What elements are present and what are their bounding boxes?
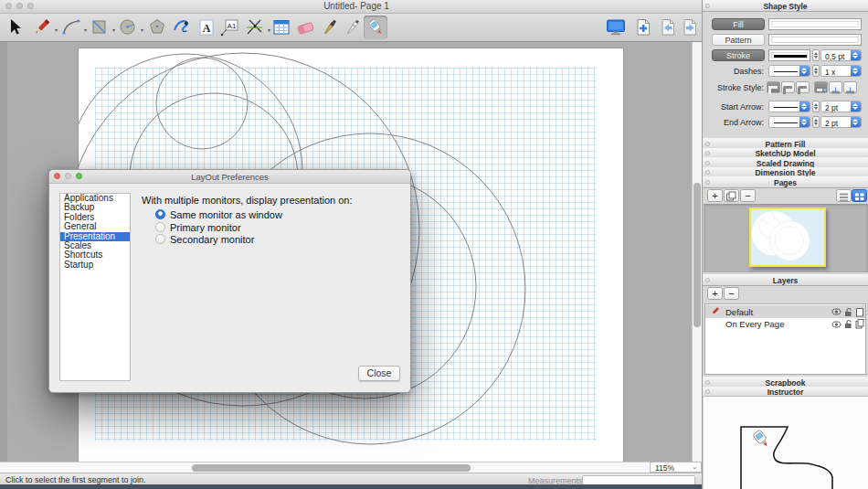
dash-scale-dropdown-icon[interactable] <box>851 66 861 76</box>
stroke-button[interactable]: Stroke <box>712 49 765 61</box>
radio-label: Same monitor as window <box>170 209 282 220</box>
shape-style-header[interactable]: Shape Style <box>703 0 868 12</box>
pattern-button[interactable]: Pattern <box>712 34 765 46</box>
arc-tool-dropdown-icon[interactable]: ▾ <box>84 27 87 33</box>
polygon-tool-icon[interactable] <box>145 16 169 39</box>
layout-app-window: Untitled- Page 1 ▾ ▾ ▾ ▾ A <box>0 0 868 489</box>
layers-header[interactable]: Layers <box>703 274 868 286</box>
circle-tool-dropdown-icon[interactable]: ▾ <box>141 27 143 33</box>
fill-color-well[interactable] <box>768 18 862 30</box>
add-layer-button[interactable]: + <box>707 287 723 300</box>
layer-lock-icon[interactable] <box>843 319 853 329</box>
dialog-titlebar[interactable]: LayOut Preferences <box>49 170 410 184</box>
fill-button[interactable]: Fill <box>712 18 765 30</box>
page-thumbnail[interactable] <box>749 207 826 267</box>
layer-shared-pages-icon[interactable] <box>855 319 864 329</box>
join-tool-cursor-icon <box>753 430 771 449</box>
stroke-width-stepper[interactable] <box>812 49 820 61</box>
stroke-width-select[interactable]: 0,5 pt <box>820 49 862 61</box>
label-tool-icon[interactable]: A1 <box>217 16 241 39</box>
pen-tool-icon[interactable] <box>341 16 365 39</box>
end-arrow-dropdown-icon[interactable] <box>799 117 810 127</box>
line-tool-dropdown-icon[interactable]: ▾ <box>55 27 58 33</box>
instructor-content <box>704 396 868 489</box>
previous-page-icon[interactable] <box>656 16 680 39</box>
end-arrow-size-value: 2 pt <box>825 119 838 128</box>
text-tool-icon[interactable]: A <box>195 16 218 39</box>
stroke-width-value: 0,5 pt <box>825 52 844 61</box>
arc-tool-icon[interactable]: ▾ <box>59 16 83 39</box>
pages-thumbnail-area <box>704 204 868 272</box>
zoom-level-select[interactable]: 115% ⌄ <box>650 462 702 473</box>
list-item-startup[interactable]: Startup <box>60 260 130 270</box>
dashes-select[interactable] <box>768 65 810 77</box>
start-arrow-size-select[interactable]: 2 pt <box>820 101 862 112</box>
cap-round-button[interactable] <box>829 81 842 93</box>
layer-lock-icon[interactable] <box>843 307 853 317</box>
rectangle-tool-dropdown-icon[interactable]: ▾ <box>112 27 115 33</box>
eraser-tool-icon[interactable] <box>294 16 318 39</box>
cap-butt-button[interactable] <box>814 81 828 93</box>
preferences-category-list: Applications Backup Folders General Pres… <box>59 193 131 381</box>
pattern-well[interactable] <box>768 34 862 46</box>
join-miter-button[interactable] <box>767 81 780 93</box>
line-tool-icon[interactable]: ▾ <box>30 16 54 39</box>
end-arrow-select[interactable] <box>768 116 810 128</box>
start-presentation-icon[interactable] <box>604 16 628 39</box>
dash-scale-select[interactable]: 1 x <box>820 65 862 77</box>
status-bar: Click to select the first segment to joi… <box>0 473 702 485</box>
table-tool-icon[interactable] <box>270 16 293 39</box>
join-tool-icon[interactable] <box>364 16 387 39</box>
add-page-button[interactable]: + <box>707 189 723 202</box>
join-round-button[interactable] <box>781 81 795 93</box>
stroke-style-label: Stroke Style: <box>709 83 764 92</box>
vertical-scrollbar-thumb[interactable] <box>693 183 701 327</box>
stroke-color-well[interactable] <box>768 49 810 61</box>
pages-list-view-button[interactable] <box>836 189 852 202</box>
end-arrow-size-select[interactable]: 2 pt <box>820 116 862 128</box>
radio-label: Secondary monitor <box>170 234 254 245</box>
layer-visibility-icon[interactable] <box>831 307 842 316</box>
start-arrow-select[interactable] <box>768 101 810 112</box>
document-title: Untitled- Page 1 <box>0 1 713 11</box>
join-bevel-button[interactable] <box>796 81 810 93</box>
stroke-width-dropdown-icon[interactable] <box>851 50 861 60</box>
end-arrow-stepper[interactable] <box>812 116 820 128</box>
start-arrow-dropdown-icon[interactable] <box>799 101 810 112</box>
add-page-icon[interactable] <box>631 16 655 39</box>
next-page-icon[interactable] <box>678 16 702 39</box>
pages-thumbnail-view-button[interactable] <box>852 189 867 202</box>
list-item-general[interactable]: General <box>60 222 130 231</box>
dash-scale-stepper[interactable] <box>812 65 820 77</box>
freehand-tool-icon[interactable] <box>170 16 194 39</box>
close-button[interactable]: Close <box>358 366 400 381</box>
stroke-swatch-line <box>774 55 807 58</box>
radio-unselected-icon[interactable] <box>155 222 165 232</box>
remove-layer-button[interactable]: − <box>724 287 739 300</box>
chevron-down-icon: ⌄ <box>692 463 697 471</box>
select-tool-icon[interactable] <box>3 16 26 39</box>
remove-page-button[interactable]: − <box>740 189 756 202</box>
svg-text:A1: A1 <box>228 22 237 30</box>
pages-header[interactable]: Pages <box>703 176 868 188</box>
radio-unselected-icon[interactable] <box>155 234 165 244</box>
end-arrow-size-dropdown-icon[interactable] <box>851 117 861 127</box>
cap-square-button[interactable] <box>843 81 857 93</box>
dashes-dropdown-icon[interactable] <box>799 66 810 76</box>
start-arrow-swatch <box>774 107 798 108</box>
presentation-heading: With multiple monitors, display presenta… <box>142 195 407 206</box>
radio-selected-icon[interactable] <box>155 209 165 219</box>
start-arrow-stepper[interactable] <box>812 101 820 112</box>
style-eyedropper-tool-icon[interactable] <box>318 16 342 39</box>
start-arrow-size-dropdown-icon[interactable] <box>851 101 861 112</box>
layer-visibility-icon[interactable] <box>831 320 842 329</box>
layers-list: Default On Every Page <box>704 303 866 375</box>
rectangle-tool-icon[interactable]: ▾ <box>88 16 111 39</box>
layer-row-on-every-page[interactable]: On Every Page <box>705 318 865 331</box>
layer-share-icon[interactable] <box>855 307 864 317</box>
angular-dimension-tool-icon[interactable]: ▾ <box>243 16 267 39</box>
circle-tool-icon[interactable]: ▾ <box>116 16 140 39</box>
duplicate-page-button[interactable] <box>724 189 739 202</box>
horizontal-scrollbar-thumb[interactable] <box>192 464 471 472</box>
layer-row-default[interactable]: Default <box>705 305 865 318</box>
